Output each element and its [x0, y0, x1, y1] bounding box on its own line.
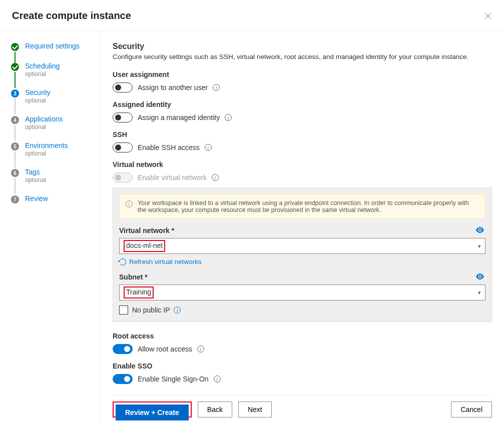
step-label: Applications	[25, 115, 63, 123]
step-security[interactable]: 3 Security optional	[11, 88, 100, 104]
select-virtual-network[interactable]: docs-ml-net ▾	[119, 238, 485, 254]
toggle-virtual-network	[113, 172, 133, 182]
refresh-label: Refresh virtual networks	[129, 258, 202, 266]
label-assigned-identity: Assigned identity	[113, 100, 492, 108]
back-button[interactable]: Back	[198, 402, 232, 418]
step-applications[interactable]: 4 Applications optional	[11, 115, 100, 130]
select-subnet[interactable]: Training ▾	[119, 284, 485, 300]
toggle-label: Allow root access	[138, 345, 192, 353]
info-icon[interactable]: i	[212, 174, 219, 181]
next-button[interactable]: Next	[238, 402, 272, 418]
step-optional: optional	[25, 176, 100, 184]
svg-point-0	[479, 229, 481, 231]
toggle-root-access[interactable]	[113, 344, 133, 354]
preview-icon[interactable]	[475, 272, 484, 282]
step-label: Review	[25, 194, 48, 202]
label-root-access: Root access	[113, 332, 492, 340]
info-icon[interactable]: i	[174, 306, 181, 314]
step-environments[interactable]: 5 Environments optional	[11, 142, 100, 157]
step-number-icon: 7	[11, 196, 19, 204]
step-optional: optional	[25, 124, 100, 130]
step-number-icon: 3	[11, 90, 19, 98]
step-required-settings[interactable]: Required settings	[11, 42, 100, 50]
step-label: Environments	[25, 142, 68, 150]
wizard-sidebar: Required settings Scheduling optional 3 …	[0, 30, 100, 424]
step-scheduling[interactable]: Scheduling optional	[11, 62, 100, 78]
toggle-managed-identity[interactable]	[113, 112, 133, 122]
info-icon[interactable]: i	[197, 346, 204, 352]
virtual-network-panel: i Your workspace is linked to a virtual …	[113, 188, 492, 322]
refresh-vnets-link[interactable]: Refresh virtual networks	[119, 258, 485, 266]
select-value: docs-ml-net	[124, 240, 165, 252]
checkbox-label: No public IP	[132, 306, 170, 314]
page-title: Create compute instance	[12, 10, 131, 22]
step-number-icon: 4	[11, 116, 19, 124]
label-subnet-field: Subnet *	[119, 273, 148, 281]
section-title-security: Security	[113, 42, 492, 51]
section-desc: Configure security settings such as SSH,…	[113, 53, 492, 60]
step-review[interactable]: 7 Review	[11, 194, 100, 202]
chevron-down-icon: ▾	[478, 290, 481, 296]
refresh-icon	[119, 258, 126, 266]
chevron-down-icon: ▾	[478, 243, 481, 250]
label-user-assignment: User assignment	[113, 70, 492, 78]
step-number-icon: 5	[11, 142, 19, 150]
step-optional: optional	[25, 97, 100, 104]
checkbox-no-public-ip[interactable]	[119, 306, 128, 314]
highlight-box: Review + Create	[113, 402, 192, 418]
toggle-label: Enable SSH access	[138, 144, 200, 152]
check-icon	[11, 63, 19, 71]
label-vnet-field: Virtual network *	[119, 226, 174, 234]
step-label: Security	[25, 88, 51, 96]
info-icon[interactable]: i	[214, 376, 221, 382]
step-label: Scheduling	[25, 62, 60, 70]
review-create-button[interactable]: Review + Create	[116, 404, 189, 420]
info-icon[interactable]: i	[205, 144, 212, 151]
close-button[interactable]	[484, 12, 492, 20]
toggle-label: Enable virtual network	[138, 174, 207, 182]
step-tags[interactable]: 6 Tags optional	[11, 168, 100, 184]
info-icon[interactable]: i	[225, 114, 232, 121]
toggle-ssh[interactable]	[113, 142, 133, 152]
vnet-info-alert: i Your workspace is linked to a virtual …	[119, 194, 485, 219]
label-enable-sso: Enable SSO	[113, 362, 492, 370]
cancel-button[interactable]: Cancel	[451, 402, 492, 418]
label-virtual-network: Virtual network	[113, 160, 492, 168]
wizard-footer: Review + Create Back Next Cancel	[113, 395, 492, 424]
info-icon[interactable]: i	[213, 84, 220, 91]
alert-text: Your workspace is linked to a virtual ne…	[138, 200, 479, 214]
toggle-label: Assign to another user	[138, 84, 208, 92]
step-label: Tags	[25, 168, 40, 176]
toggle-sso[interactable]	[113, 374, 133, 384]
info-icon: i	[126, 200, 133, 208]
svg-point-1	[479, 276, 481, 278]
step-optional: optional	[25, 70, 100, 78]
label-ssh: SSH	[113, 130, 492, 138]
step-label: Required settings	[25, 42, 80, 50]
toggle-label: Assign a managed identity	[138, 114, 220, 122]
preview-icon[interactable]	[475, 226, 484, 235]
toggle-label: Enable Single Sign-On	[138, 375, 209, 383]
select-value: Training	[124, 286, 154, 298]
step-optional: optional	[25, 150, 100, 157]
step-number-icon: 6	[11, 169, 19, 177]
check-icon	[11, 43, 19, 51]
toggle-assign-another-user[interactable]	[113, 82, 133, 92]
